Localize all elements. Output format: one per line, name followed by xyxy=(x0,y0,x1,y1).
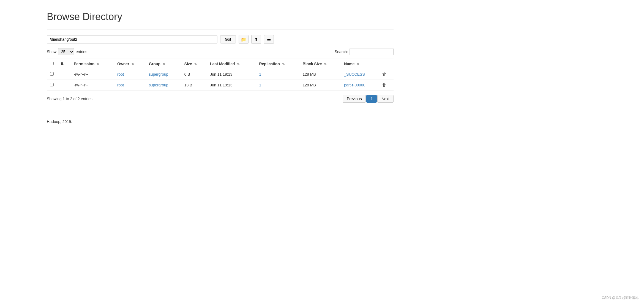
sort-icon-replication: ⇅ xyxy=(282,62,285,66)
row-group-1[interactable]: supergroup xyxy=(146,80,181,91)
showing-text: Showing 1 to 2 of 2 entries xyxy=(47,97,92,101)
list-icon: ☰ xyxy=(267,37,271,42)
next-button[interactable]: Next xyxy=(377,95,394,103)
sort-icon-size: ⇅ xyxy=(194,62,197,66)
sort-icon-name: ⇅ xyxy=(357,62,359,66)
select-all-header xyxy=(47,59,57,69)
page-1-button[interactable]: 1 xyxy=(366,95,377,103)
pagination: Previous 1 Next xyxy=(343,95,394,103)
go-button[interactable]: Go! xyxy=(220,35,236,43)
path-input[interactable] xyxy=(47,35,217,43)
row-size-0: 0 B xyxy=(181,69,207,80)
col-group[interactable]: Group ⇅ xyxy=(146,59,181,69)
sort-icon-owner: ⇅ xyxy=(132,62,134,66)
row-checkbox-cell xyxy=(47,69,57,80)
row-block-size-0: 128 MB xyxy=(299,69,341,80)
row-replication-1[interactable]: 1 xyxy=(256,80,299,91)
folder-button[interactable]: 📁 xyxy=(239,35,249,44)
table-row: -rw-r--r-- root supergroup 0 B Jun 11 19… xyxy=(47,69,394,80)
row-owner-0[interactable]: root xyxy=(114,69,146,80)
footer-row: Showing 1 to 2 of 2 entries Previous 1 N… xyxy=(47,95,394,103)
col-size[interactable]: Size ⇅ xyxy=(181,59,207,69)
row-group-0[interactable]: supergroup xyxy=(146,69,181,80)
row-replication-0[interactable]: 1 xyxy=(256,69,299,80)
delete-icon-1[interactable]: 🗑 xyxy=(382,83,386,87)
row-delete-1[interactable]: 🗑 xyxy=(379,80,394,91)
row-size-1: 13 B xyxy=(181,80,207,91)
col-block-size[interactable]: Block Size ⇅ xyxy=(299,59,341,69)
sort-icon-permission: ⇅ xyxy=(97,62,99,66)
col-owner[interactable]: Owner ⇅ xyxy=(114,59,146,69)
col-last-modified[interactable]: Last Modified ⇅ xyxy=(207,59,256,69)
list-button[interactable]: ☰ xyxy=(264,35,274,44)
col-actions xyxy=(379,59,394,69)
table-header-row: ⇅ Permission ⇅ Owner ⇅ Group ⇅ Size ⇅ La… xyxy=(47,59,394,69)
row-permission-1: -rw-r--r-- xyxy=(70,80,114,91)
row-name-0[interactable]: _SUCCESS xyxy=(341,69,378,80)
sort-icon-block-size: ⇅ xyxy=(324,62,326,66)
row-block-size-1: 128 MB xyxy=(299,80,341,91)
select-all-checkbox[interactable] xyxy=(50,62,54,65)
row-checkbox-cell xyxy=(47,80,57,91)
row-name-1[interactable]: part-r-00000 xyxy=(341,80,378,91)
row-owner-1[interactable]: root xyxy=(114,80,146,91)
row-delete-0[interactable]: 🗑 xyxy=(379,69,394,80)
row-checkbox-0[interactable] xyxy=(50,72,54,76)
row-last-modified-0: Jun 11 19:13 xyxy=(207,69,256,80)
table-row: -rw-r--r-- root supergroup 13 B Jun 11 1… xyxy=(47,80,394,91)
sort-icon-last-modified: ⇅ xyxy=(237,62,239,66)
col-name[interactable]: Name ⇅ xyxy=(341,59,378,69)
upload-icon: ⬆ xyxy=(254,37,258,42)
upload-button[interactable]: ⬆ xyxy=(251,35,261,44)
row-checkbox-1[interactable] xyxy=(50,83,54,86)
search-row: Search: xyxy=(335,48,394,55)
col-permission[interactable]: Permission ⇅ xyxy=(70,59,114,69)
row-sort-icon-0 xyxy=(57,69,70,80)
search-label: Search: xyxy=(335,50,348,54)
previous-button[interactable]: Previous xyxy=(343,95,366,103)
entries-select[interactable]: 10 25 50 100 xyxy=(58,48,74,55)
sort-icon-group: ⇅ xyxy=(163,62,165,66)
directory-table: ⇅ Permission ⇅ Owner ⇅ Group ⇅ Size ⇅ La… xyxy=(47,59,394,91)
footer-text: Hadoop, 2019. xyxy=(47,119,394,124)
show-label: Show xyxy=(47,50,56,54)
search-input[interactable] xyxy=(350,48,394,55)
folder-icon: 📁 xyxy=(241,37,246,42)
sort-icon-header: ⇅ xyxy=(60,62,64,66)
delete-icon-0[interactable]: 🗑 xyxy=(382,72,386,77)
show-entries: Show 10 25 50 100 entries xyxy=(47,48,87,55)
watermark: CSDN @风又起而叶落地 xyxy=(602,296,638,300)
sort-col-icon[interactable]: ⇅ xyxy=(57,59,70,69)
row-permission-0: -rw-r--r-- xyxy=(70,69,114,80)
col-replication[interactable]: Replication ⇅ xyxy=(256,59,299,69)
row-last-modified-1: Jun 11 19:13 xyxy=(207,80,256,91)
entries-label: entries xyxy=(76,50,87,54)
toolbar: Go! 📁 ⬆ ☰ xyxy=(47,35,394,44)
controls-row: Show 10 25 50 100 entries Search: xyxy=(47,48,394,55)
page-title: Browse Directory xyxy=(47,11,394,23)
row-sort-icon-1 xyxy=(57,80,70,91)
